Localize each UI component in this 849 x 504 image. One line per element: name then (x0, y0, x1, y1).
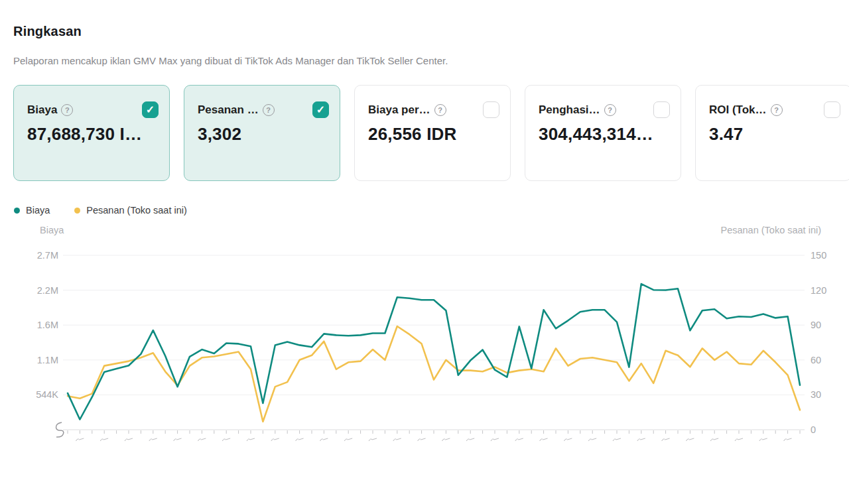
svg-text:544K: 544K (36, 389, 58, 400)
legend-dot-icon (14, 208, 20, 214)
svg-text:1.1M: 1.1M (37, 355, 58, 365)
legend-item-pesanan[interactable]: Pesanan (Toko saat ini) (74, 205, 187, 216)
metric-value: 87,688,730 I… (27, 124, 159, 145)
page-title: Ringkasan (13, 24, 82, 39)
metric-checkbox-checked[interactable] (142, 101, 159, 118)
metric-value: 3,302 (198, 124, 329, 145)
metric-label: Pesanan … (198, 103, 259, 117)
svg-text:2.7M: 2.7M (37, 250, 58, 261)
legend-item-biaya[interactable]: Biaya (14, 205, 50, 216)
svg-text:60: 60 (811, 355, 821, 365)
metric-label: Penghasi… (539, 103, 600, 117)
metric-value: 26,556 IDR (368, 124, 499, 145)
question-circle-icon[interactable]: ? (771, 104, 783, 116)
metric-card-biaya[interactable]: Biaya ? 87,688,730 I… (13, 85, 170, 181)
metric-cards: Biaya ? 87,688,730 I… Pesanan … ? 3,302 … (13, 85, 849, 181)
metric-card-roi[interactable]: ROI (Tok… ? 3.47 (695, 85, 849, 181)
question-circle-icon[interactable]: ? (61, 104, 73, 116)
chart-legend: Biaya Pesanan (Toko saat ini) (14, 205, 187, 216)
metric-checkbox-unchecked[interactable] (483, 101, 499, 118)
question-circle-icon[interactable]: ? (263, 104, 275, 116)
svg-text:120: 120 (811, 285, 826, 296)
y-axis-title-left: Biaya (40, 225, 64, 235)
metric-label: ROI (Tok… (709, 103, 767, 117)
metric-checkbox-unchecked[interactable] (653, 101, 670, 118)
legend-label: Pesanan (Toko saat ini) (86, 205, 187, 216)
page-subtitle: Pelaporan mencakup iklan GMV Max yang di… (13, 55, 448, 66)
y-axis-title-right: Pesanan (Toko saat ini) (720, 225, 821, 235)
metric-checkbox-unchecked[interactable] (824, 101, 840, 118)
metric-label: Biaya (27, 103, 57, 117)
svg-text:0: 0 (811, 424, 816, 435)
svg-text:2.2M: 2.2M (37, 285, 58, 296)
series-pesanan[interactable] (68, 326, 800, 422)
metric-card-pesanan[interactable]: Pesanan … ? 3,302 (184, 85, 340, 181)
svg-text:150: 150 (811, 250, 826, 261)
metric-value: 3.47 (709, 124, 840, 145)
summary-page: Ringkasan Pelaporan mencakup iklan GMV M… (0, 0, 849, 504)
legend-label: Biaya (26, 205, 50, 216)
metric-label: Biaya per… (368, 103, 430, 117)
svg-text:90: 90 (811, 320, 821, 330)
metric-checkbox-checked[interactable] (312, 101, 329, 118)
series-biaya[interactable] (68, 284, 800, 419)
line-chart[interactable]: 2.7M2.2M1.6M1.1M544K1501209060300 (0, 239, 849, 458)
question-circle-icon[interactable]: ? (604, 104, 616, 116)
svg-text:1.6M: 1.6M (37, 320, 58, 330)
metric-card-biaya-per-pesanan[interactable]: Biaya per… ? 26,556 IDR (354, 85, 511, 181)
metric-card-penghasilan[interactable]: Penghasi… ? 304,443,314… (525, 85, 681, 181)
question-circle-icon[interactable]: ? (434, 104, 446, 116)
legend-dot-icon (74, 208, 80, 214)
metric-value: 304,443,314… (539, 124, 670, 145)
svg-text:30: 30 (811, 389, 821, 400)
